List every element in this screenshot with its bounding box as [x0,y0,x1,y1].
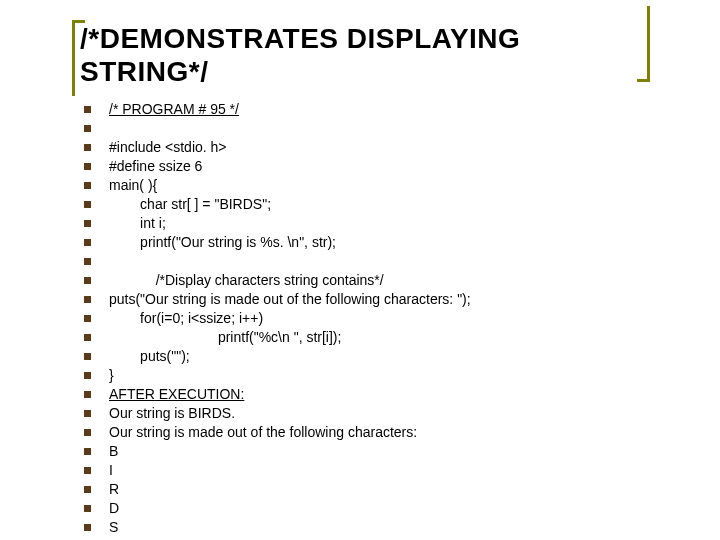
square-bullet-icon [84,258,91,265]
list-item: /*Display characters string contains*/ [84,271,656,290]
square-bullet-icon [84,467,91,474]
square-bullet-icon [84,220,91,227]
list-item-text: puts(""); [109,347,190,366]
list-item-text: Our string is made out of the following … [109,423,417,442]
square-bullet-icon [84,391,91,398]
square-bullet-icon [84,448,91,455]
list-item: main( ){ [84,176,656,195]
list-item-text: R [109,480,119,499]
square-bullet-icon [84,144,91,151]
list-item-text: S [109,518,118,537]
slide: /*DEMONSTRATES DISPLAYING STRING*/ /* PR… [0,0,720,540]
title-rule-left [72,20,85,96]
list-item-text: /*Display characters string contains*/ [109,271,384,290]
list-item: printf("%c\n ", str[i]); [84,328,656,347]
list-item: R [84,480,656,499]
list-item: for(i=0; i<ssize; i++) [84,309,656,328]
list-item-text: int i; [109,214,166,233]
square-bullet-icon [84,315,91,322]
square-bullet-icon [84,524,91,531]
list-item: B [84,442,656,461]
list-item: } [84,366,656,385]
square-bullet-icon [84,372,91,379]
square-bullet-icon [84,239,91,246]
list-item: AFTER EXECUTION: [84,385,656,404]
title-wrap: /*DEMONSTRATES DISPLAYING STRING*/ [80,22,656,88]
list-item: D [84,499,656,518]
list-item: #define ssize 6 [84,157,656,176]
list-item: S [84,518,656,537]
list-item: int i; [84,214,656,233]
list-item: I [84,461,656,480]
square-bullet-icon [84,353,91,360]
slide-body: /* PROGRAM # 95 */ #include <stdio. h>#d… [80,100,656,537]
square-bullet-icon [84,125,91,132]
list-item: #include <stdio. h> [84,138,656,157]
list-item: char str[ ] = "BIRDS"; [84,195,656,214]
list-item-text: /* PROGRAM # 95 */ [109,100,239,119]
list-item: /* PROGRAM # 95 */ [84,100,656,119]
square-bullet-icon [84,429,91,436]
list-item [84,119,656,138]
list-item-text: printf("Our string is %s. \n", str); [109,233,336,252]
list-item-text: D [109,499,119,518]
square-bullet-icon [84,296,91,303]
list-item: printf("Our string is %s. \n", str); [84,233,656,252]
list-item-text: B [109,442,118,461]
slide-title: /*DEMONSTRATES DISPLAYING STRING*/ [80,22,656,88]
list-item-text: main( ){ [109,176,157,195]
square-bullet-icon [84,505,91,512]
square-bullet-icon [84,410,91,417]
list-item-text: puts("Our string is made out of the foll… [109,290,471,309]
square-bullet-icon [84,182,91,189]
list-item: puts("Our string is made out of the foll… [84,290,656,309]
square-bullet-icon [84,163,91,170]
list-item-text: printf("%c\n ", str[i]); [109,328,341,347]
list-item: puts(""); [84,347,656,366]
list-item-text: for(i=0; i<ssize; i++) [109,309,263,328]
square-bullet-icon [84,277,91,284]
square-bullet-icon [84,486,91,493]
list-item [84,252,656,271]
list-item-text: } [109,366,114,385]
list-item-text: #define ssize 6 [109,157,202,176]
title-rule-right [637,6,650,82]
list-item-text: #include <stdio. h> [109,138,227,157]
list-item: Our string is made out of the following … [84,423,656,442]
list-item-text: AFTER EXECUTION: [109,385,244,404]
square-bullet-icon [84,201,91,208]
list-item-text: Our string is BIRDS. [109,404,235,423]
square-bullet-icon [84,106,91,113]
list-item-text: char str[ ] = "BIRDS"; [109,195,271,214]
list-item-text: I [109,461,113,480]
square-bullet-icon [84,334,91,341]
list-item: Our string is BIRDS. [84,404,656,423]
